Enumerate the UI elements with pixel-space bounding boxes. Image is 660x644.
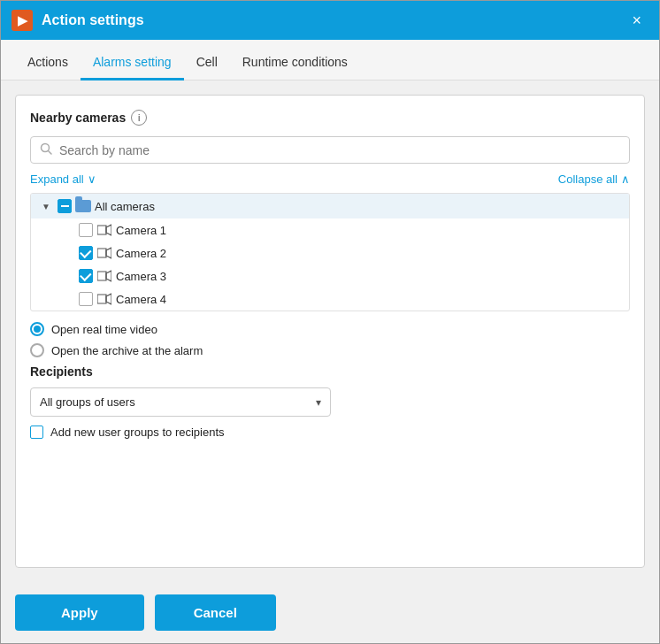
tab-runtime-conditions[interactable]: Runtime conditions: [230, 46, 360, 80]
collapse-all-link[interactable]: Collapse all ∧: [558, 172, 630, 186]
checkbox-camera1[interactable]: [79, 223, 93, 237]
tree-label-camera3: Camera 3: [116, 270, 622, 283]
camera-icon: [96, 224, 112, 236]
svg-marker-7: [106, 271, 111, 281]
radio-archive-label: Open the archive at the alarm: [51, 344, 203, 357]
app-icon: ▶: [12, 10, 33, 31]
close-button[interactable]: ×: [625, 9, 648, 32]
svg-marker-4: [97, 249, 106, 257]
camera-tree: ▼ All cameras Camera: [30, 193, 630, 311]
info-icon[interactable]: i: [131, 110, 147, 126]
content-area: Nearby cameras i Expand all ∨: [1, 80, 659, 582]
folder-icon: [75, 200, 91, 212]
title-bar: ▶ Action settings ×: [1, 1, 659, 40]
search-box: [30, 136, 630, 164]
svg-marker-3: [106, 225, 111, 235]
tree-label-camera4: Camera 4: [116, 293, 622, 306]
tree-label-camera1: Camera 1: [116, 224, 622, 237]
recipients-dropdown[interactable]: All groups of users ▾: [30, 387, 331, 417]
expand-all-link[interactable]: Expand all ∨: [30, 172, 96, 186]
radio-group: Open real time video Open the archive at…: [30, 322, 630, 357]
tree-row-camera2[interactable]: Camera 2: [31, 242, 629, 264]
checkbox-camera3[interactable]: [79, 269, 93, 283]
nearby-cameras-title: Nearby cameras i: [30, 110, 630, 126]
recipients-title: Recipients: [30, 364, 630, 379]
checkbox-all-cameras[interactable]: [58, 199, 72, 213]
tree-arrow-expand[interactable]: ▼: [38, 198, 54, 214]
radio-realtime-row[interactable]: Open real time video: [30, 322, 630, 336]
svg-marker-6: [97, 272, 106, 280]
camera-icon-2: [96, 247, 112, 259]
tree-row-all-cameras[interactable]: ▼ All cameras: [31, 194, 629, 218]
radio-realtime-label: Open real time video: [51, 323, 157, 336]
search-input[interactable]: [59, 143, 620, 157]
add-user-groups-checkbox[interactable]: [30, 426, 43, 439]
dialog-title: Action settings: [42, 12, 616, 28]
expand-chevron-icon: ∨: [88, 172, 96, 186]
radio-archive-row[interactable]: Open the archive at the alarm: [30, 343, 630, 357]
tree-label-camera2: Camera 2: [116, 247, 622, 260]
dialog: ▶ Action settings × Actions Alarms setti…: [0, 0, 660, 644]
tree-row-camera4[interactable]: Camera 4: [31, 288, 629, 310]
tab-alarms-setting[interactable]: Alarms setting: [81, 46, 184, 80]
dropdown-label: All groups of users: [40, 395, 135, 409]
svg-marker-5: [106, 248, 111, 258]
tree-row-camera3[interactable]: Camera 3: [31, 264, 629, 288]
svg-marker-8: [97, 295, 106, 303]
checkbox-camera2[interactable]: [79, 246, 93, 260]
expand-collapse-row: Expand all ∨ Collapse all ∧: [30, 172, 630, 186]
apply-button[interactable]: Apply: [15, 594, 144, 631]
radio-archive[interactable]: [30, 343, 44, 357]
camera-icon-4: [96, 293, 112, 305]
main-panel: Nearby cameras i Expand all ∨: [15, 95, 645, 568]
svg-marker-2: [97, 226, 106, 234]
tree-label-all-cameras: All cameras: [95, 200, 622, 213]
tab-bar: Actions Alarms setting Cell Runtime cond…: [1, 40, 659, 80]
checkbox-camera4[interactable]: [79, 292, 93, 306]
radio-realtime[interactable]: [30, 322, 44, 336]
tab-actions[interactable]: Actions: [15, 46, 81, 80]
collapse-chevron-icon: ∧: [621, 172, 630, 186]
camera-icon-3: [96, 270, 112, 282]
add-user-groups-row[interactable]: Add new user groups to recipients: [30, 426, 630, 439]
tab-cell[interactable]: Cell: [184, 46, 230, 80]
svg-line-1: [49, 151, 52, 155]
cancel-button[interactable]: Cancel: [155, 594, 276, 631]
svg-marker-9: [106, 294, 111, 304]
dropdown-arrow-icon: ▾: [316, 396, 321, 409]
tree-row-camera1[interactable]: Camera 1: [31, 218, 629, 242]
footer: Apply Cancel: [1, 582, 659, 643]
search-icon: [40, 142, 52, 157]
add-user-groups-label: Add new user groups to recipients: [50, 426, 225, 439]
